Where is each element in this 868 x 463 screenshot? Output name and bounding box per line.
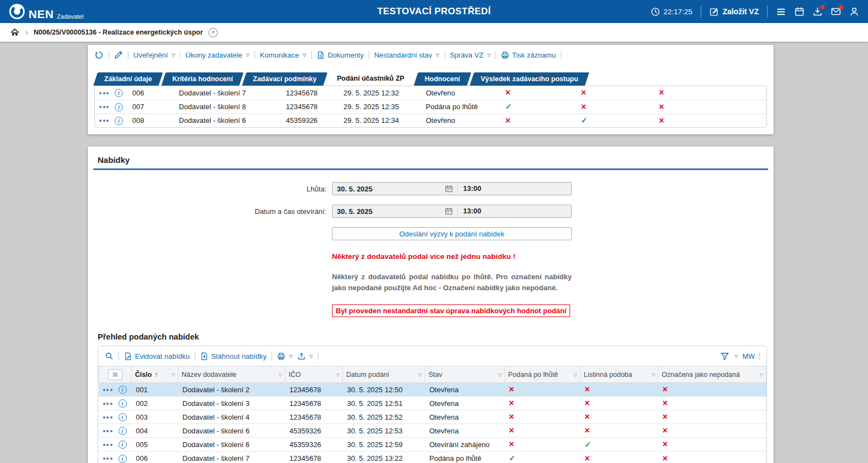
opening-field[interactable]: 30. 5. 2025 13:00 (332, 205, 572, 218)
boolean-cell-no: × (505, 424, 580, 438)
create-vz-button[interactable]: Založit VZ (709, 7, 759, 16)
mw-link[interactable]: MW (742, 352, 755, 360)
send-invitation-button[interactable]: Odeslání výzvy k podání nabídek (332, 227, 572, 240)
column-header-4[interactable]: Stav▽ (425, 366, 505, 383)
boolean-cell-yes: ✓ (577, 114, 655, 127)
column-header-2[interactable]: IČO▽ (285, 366, 343, 383)
toolbar-tisk-zaznamu[interactable]: Tisk záznamu (501, 51, 556, 59)
filter-caret-icon[interactable]: ▽ (172, 372, 175, 377)
filter-button[interactable] (720, 352, 729, 360)
breadcrumb-record-link[interactable]: N006/25/V00005136 - Realizace energetick… (33, 29, 203, 36)
toolbar-divider (180, 51, 181, 59)
opening-time-value[interactable]: 13:00 (457, 207, 481, 216)
toolbar-dokumenty[interactable]: Dokumenty (317, 51, 364, 59)
boolean-cell-no: × (658, 424, 766, 438)
toolbar-nestandardni-stav[interactable]: Nestandardní stav▽ (374, 51, 439, 59)
row-info-icon[interactable]: i (119, 386, 127, 394)
nen-logo[interactable]: NEN Zadavatel (9, 3, 83, 20)
calendar-picker-icon[interactable] (445, 185, 453, 193)
main-content: Uveřejnění▽ Úkony zadavatele▽ Komunikace… (88, 45, 774, 463)
table-row[interactable]: i003Dodavatel - školení 41234567830. 5. … (99, 410, 766, 424)
export-grid-button[interactable]: ▽ (297, 352, 313, 360)
filter-caret-icon[interactable]: ▽ (652, 372, 655, 377)
tab-kriteria-hodnoceni[interactable]: Kritéria hodnocení (161, 72, 244, 86)
table-row[interactable]: i004Dodavatel - školení 64535932630. 5. … (99, 424, 766, 438)
search-button[interactable] (105, 352, 114, 360)
cell-ico: 12345678 (285, 397, 343, 410)
filter-caret-icon[interactable]: ▽ (498, 372, 501, 377)
main-menu-button[interactable] (776, 7, 786, 17)
register-offer-button[interactable]: Evidovat nabídku (124, 352, 190, 360)
table-row[interactable]: i001Dodavatel - školení 21234567830. 5. … (99, 383, 766, 397)
toolbar-ukony-zadavatele[interactable]: Úkony zadavatele▽ (185, 51, 250, 59)
table-row[interactable]: i006Dodavatel - školení 71234567830. 5. … (99, 451, 766, 463)
toolbar-komunikace[interactable]: Komunikace▽ (260, 51, 307, 59)
tab-zadavaci-podminky[interactable]: Zadávací podmínky (242, 72, 328, 86)
nonstandard-notice-wrap: Byl proveden nestandardní stav úprava na… (332, 304, 774, 317)
tab-vysledek-zadavaciho-postupu[interactable]: Výsledek zadávacího postupu (470, 72, 589, 86)
table-row[interactable]: i007Dodavatel - školení 81234567829. 5. … (95, 100, 766, 114)
toolbar-uverejneni[interactable]: Uveřejnění▽ (133, 51, 175, 59)
undo-button[interactable] (94, 50, 104, 60)
deadline-label: Lhůta: (88, 185, 332, 193)
downloads-button[interactable] (813, 7, 822, 16)
row-menu-icon[interactable] (103, 389, 112, 391)
row-menu-icon[interactable] (99, 92, 109, 94)
edit-record-button[interactable] (114, 50, 123, 59)
column-header-3[interactable]: Datum podání▽ (343, 366, 425, 383)
row-menu-icon[interactable] (103, 444, 112, 446)
row-menu-icon[interactable] (99, 120, 109, 122)
offers-form: Lhůta: 30. 5. 2025 13:00 Datum a čas ote… (88, 182, 774, 317)
filter-caret-icon[interactable]: ▽ (419, 372, 422, 377)
messages-button[interactable] (831, 7, 841, 16)
close-record-icon[interactable]: × (208, 28, 218, 37)
cross-icon: × (505, 88, 510, 97)
calendar-button[interactable] (794, 7, 804, 16)
tab-zakladni-udaje[interactable]: Základní údaje (93, 72, 163, 86)
column-header-5[interactable]: Podaná po lhůtě▽ (505, 366, 580, 383)
deadline-time-value[interactable]: 13:00 (457, 184, 481, 193)
filter-caret-icon[interactable]: ▽ (574, 372, 577, 377)
column-header-1[interactable]: Název dodavatele▽ (178, 366, 285, 383)
row-menu-icon[interactable] (103, 403, 112, 405)
table-row[interactable]: i006Dodavatel - školení 71234567829. 5. … (95, 86, 766, 100)
filter-caret-icon[interactable]: ▽ (336, 372, 340, 377)
row-info-icon[interactable]: i (119, 427, 127, 435)
printer-icon (277, 352, 285, 360)
row-menu-icon[interactable] (103, 416, 112, 419)
print-grid-button[interactable]: ▽ (277, 352, 292, 360)
cell-datum-podani: 30. 5. 2025 12:53 (343, 424, 425, 438)
row-info-icon[interactable]: i (119, 399, 127, 408)
row-info-icon[interactable]: i (119, 413, 127, 421)
deadline-field[interactable]: 30. 5. 2025 13:00 (332, 182, 572, 195)
grid-settings-button[interactable] (108, 369, 122, 380)
cell-datum-podani: 30. 5. 2025 12:59 (343, 438, 425, 451)
column-header-6[interactable]: Listinná podoba▽ (580, 366, 658, 383)
row-info-icon[interactable]: i (115, 89, 123, 97)
download-offers-button[interactable]: Stáhnout nabídky (200, 352, 267, 360)
row-info-icon[interactable]: i (119, 441, 127, 449)
row-menu-icon[interactable] (103, 430, 112, 432)
opening-date-value[interactable]: 30. 5. 2025 (332, 207, 445, 216)
filter-caret-icon[interactable]: ▽ (279, 372, 282, 377)
toolbar-divider (128, 51, 128, 59)
tab-hodnoceni[interactable]: Hodnocení (414, 72, 471, 86)
table-row[interactable]: i002Dodavatel - školení 31234567830. 5. … (99, 397, 766, 410)
deadline-date-value[interactable]: 30. 5. 2025 (332, 185, 445, 193)
row-info-icon[interactable]: i (115, 117, 123, 125)
table-row[interactable]: i008Dodavatel - školení 64535932629. 5. … (95, 114, 766, 127)
toolbar-sprava-vz[interactable]: Správa VZ▽ (450, 51, 491, 59)
row-info-icon[interactable]: i (115, 103, 123, 111)
filter-caret-icon[interactable]: ▽ (760, 372, 763, 377)
table-row[interactable]: i005Dodavatel - školení 64535932630. 5. … (99, 438, 766, 451)
calendar-picker-icon[interactable] (445, 207, 453, 215)
tab-podani-ucastniku-zp[interactable]: Podání účastníků ZP (326, 71, 415, 86)
row-info-icon[interactable]: i (119, 455, 127, 463)
boolean-cell-no: × (505, 438, 580, 451)
column-header-7[interactable]: Označena jako nepodaná▽ (658, 366, 766, 383)
home-button[interactable] (10, 27, 20, 37)
user-profile-button[interactable] (849, 7, 859, 16)
row-menu-icon[interactable] (99, 106, 109, 108)
row-menu-icon[interactable] (103, 458, 112, 460)
column-header-0[interactable]: Číslo↑▽ (132, 366, 178, 383)
